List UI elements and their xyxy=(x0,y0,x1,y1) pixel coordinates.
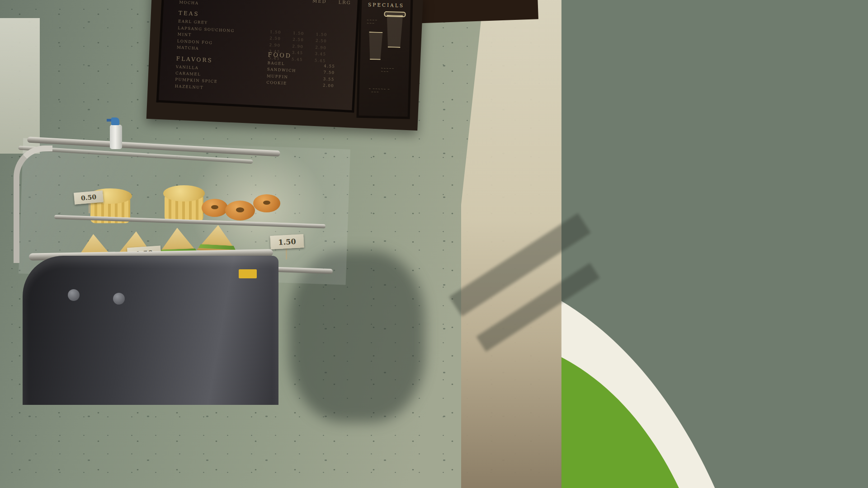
menu-chalkboard: MACCHIATOLATTEMOCHA TEAS EARL GREYLAPSAN… xyxy=(156,0,360,113)
specials-board: SPECIALS ~~~~~~~ ~~~~~~~~ ~ ~~~~~ ~ ~~~ xyxy=(356,0,413,119)
flavors-items: VANILLACARAMELPUMPKIN SPICEHAZELNUT xyxy=(175,63,232,92)
spray-bottle xyxy=(110,125,122,149)
cup-drawing xyxy=(385,15,404,48)
specials-title: SPECIALS xyxy=(362,2,410,9)
bagel xyxy=(253,194,280,212)
size-column-headers: MEDLRG xyxy=(312,0,351,5)
bagel xyxy=(225,201,255,221)
sandwich xyxy=(197,224,239,253)
game-screen: MACCHIATOLATTEMOCHA TEAS EARL GREYLAPSAN… xyxy=(0,0,868,488)
wall-light-patch xyxy=(0,18,40,154)
price-tag: 0.50 xyxy=(74,190,104,204)
muffin xyxy=(165,195,203,221)
food-items: BAGEL4.55SANDWICH7.50MUFFIN3.55COOKIE2.0… xyxy=(266,60,335,89)
bagel xyxy=(202,199,228,217)
game-viewport[interactable]: MACCHIATOLATTEMOCHA TEAS EARL GREYLAPSAN… xyxy=(0,0,868,488)
cup-drawing xyxy=(368,32,384,60)
teas-items: EARL GREYLAPSANG SOUCHONGMINTLONDON FOGM… xyxy=(177,18,235,54)
coffee-items: MACCHIATOLATTEMOCHA xyxy=(179,0,237,9)
warning-sticker xyxy=(239,269,257,278)
flavors-heading: FLAVORS xyxy=(176,55,233,65)
price-tag: 1.50 xyxy=(270,234,304,249)
teas-heading: TEAS xyxy=(179,10,236,19)
